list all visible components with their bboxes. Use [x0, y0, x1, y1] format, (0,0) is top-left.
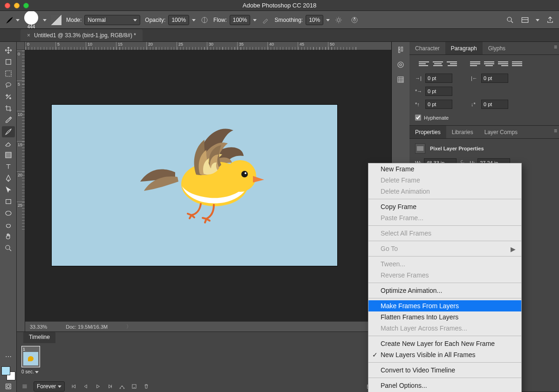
- brush-preset[interactable]: 444: [24, 11, 38, 29]
- justify-all[interactable]: [512, 60, 522, 68]
- swatches-panel-icon[interactable]: [396, 61, 405, 69]
- magic-wand-tool[interactable]: [2, 91, 15, 102]
- chevron-down-icon[interactable]: [253, 19, 257, 21]
- marquee-tool[interactable]: [2, 68, 15, 79]
- play-icon[interactable]: [95, 383, 101, 390]
- chevron-down-icon[interactable]: [192, 19, 196, 21]
- type-tool[interactable]: [2, 161, 15, 172]
- space-after[interactable]: [481, 100, 508, 109]
- trash-icon[interactable]: [143, 383, 150, 390]
- patterns-panel-icon[interactable]: [396, 75, 405, 84]
- timeline-controls: Forever: [17, 381, 391, 392]
- tab-layer-comps[interactable]: Layer Comps: [479, 126, 523, 138]
- doc-size[interactable]: Doc: 19.5M/16.3M: [66, 324, 108, 330]
- indent-first[interactable]: [425, 87, 452, 96]
- path-select-tool[interactable]: [2, 184, 15, 196]
- menu-item[interactable]: Optimize Animation...: [368, 285, 521, 296]
- panel-menu-icon[interactable]: ≡: [554, 44, 557, 50]
- menu-item[interactable]: New Layers Visible in All Frames: [368, 349, 521, 360]
- menu-item[interactable]: Copy Frame: [368, 201, 521, 212]
- menu-item[interactable]: Flatten Frames Into Layers: [368, 311, 521, 323]
- rectangle-tool[interactable]: [2, 196, 15, 207]
- justify-right[interactable]: [498, 60, 508, 68]
- canvas-area[interactable]: 05101520253035404550 0510152025: [17, 42, 391, 392]
- frame-thumb-1[interactable]: 1: [21, 346, 40, 367]
- justify-center[interactable]: [484, 60, 494, 68]
- search-icon[interactable]: [506, 16, 514, 24]
- tab-character[interactable]: Character: [409, 42, 445, 54]
- lasso-tool[interactable]: [2, 80, 15, 91]
- quickmask-tool[interactable]: [2, 381, 15, 392]
- menu-item[interactable]: New Frame: [368, 163, 521, 175]
- next-frame-icon[interactable]: [107, 383, 113, 390]
- brush-tool[interactable]: [2, 126, 15, 137]
- menu-item[interactable]: Convert to Video Timeline: [368, 365, 521, 376]
- smoothing-value[interactable]: 10%: [306, 15, 323, 25]
- panel-menu-icon[interactable]: ≡: [554, 128, 557, 134]
- eyedropper-tool[interactable]: [2, 115, 15, 126]
- new-frame-icon[interactable]: [131, 383, 137, 390]
- timeline-menu-icon[interactable]: [21, 383, 28, 390]
- indent-right[interactable]: [481, 74, 508, 83]
- foreground-color[interactable]: [1, 366, 10, 375]
- zoom-tool[interactable]: [2, 243, 15, 254]
- prev-frame-icon[interactable]: [82, 383, 89, 390]
- gradient-tool[interactable]: [2, 149, 15, 161]
- hand-tool[interactable]: [2, 231, 15, 242]
- menu-item[interactable]: Make Frames From Layers: [368, 300, 521, 311]
- color-swatches[interactable]: [1, 366, 15, 380]
- mode-dropdown[interactable]: Normal: [84, 15, 140, 25]
- tab-properties[interactable]: Properties: [409, 126, 446, 138]
- toolbox: ⋯: [0, 42, 17, 392]
- chevron-down-icon[interactable]: [326, 19, 330, 21]
- current-tool-brush[interactable]: [5, 14, 20, 26]
- pen-tool[interactable]: [2, 173, 15, 184]
- tab-paragraph[interactable]: Paragraph: [445, 42, 483, 54]
- document-tabstrip: × Untitled1 @ 33.3% (bird-1.jpg, RGB/8#)…: [0, 29, 559, 42]
- pressure-size-icon[interactable]: [350, 16, 359, 24]
- menu-item[interactable]: Panel Options...: [368, 380, 521, 391]
- crop-tool[interactable]: [2, 103, 15, 114]
- chevron-down-icon[interactable]: [43, 19, 47, 21]
- menu-item[interactable]: Create New Layer for Each New Frame: [368, 338, 521, 349]
- ellipse-tool[interactable]: [2, 208, 15, 219]
- ruler-origin[interactable]: [17, 42, 25, 50]
- zoom-level[interactable]: 33.33%: [30, 324, 47, 330]
- share-icon[interactable]: [546, 16, 554, 24]
- align-center[interactable]: [433, 60, 443, 68]
- airbrush-icon[interactable]: [261, 16, 270, 24]
- workspace-icon[interactable]: [521, 16, 529, 24]
- tween-icon[interactable]: [119, 383, 125, 390]
- edit-toolbar[interactable]: ⋯: [2, 351, 15, 362]
- ruler-horizontal[interactable]: 05101520253035404550: [25, 42, 391, 50]
- eraser-tool[interactable]: [2, 138, 15, 149]
- brushes-panel-icon[interactable]: [396, 46, 405, 54]
- artboard[interactable]: [52, 105, 337, 266]
- custom-shape-tool[interactable]: [2, 219, 15, 230]
- tab-libraries[interactable]: Libraries: [446, 126, 479, 138]
- hyphenate-checkbox[interactable]: Hyphenate: [415, 115, 553, 121]
- frame-time[interactable]: 0 sec.: [21, 369, 387, 374]
- pixel-layer-icon: [415, 143, 425, 154]
- pressure-opacity-icon[interactable]: [200, 16, 209, 24]
- justify-left[interactable]: [470, 60, 480, 68]
- close-tab-icon[interactable]: ×: [27, 32, 30, 39]
- space-before[interactable]: [425, 100, 452, 109]
- timeline-tab[interactable]: Timeline: [23, 332, 55, 343]
- smoothing-gear-icon[interactable]: [334, 16, 343, 24]
- svg-point-3: [354, 19, 356, 21]
- align-right[interactable]: [447, 60, 457, 68]
- chevron-down-icon[interactable]: [536, 19, 539, 21]
- tab-glyphs[interactable]: Glyphs: [483, 42, 511, 54]
- flow-value[interactable]: 100%: [230, 15, 251, 25]
- brush-settings-icon[interactable]: [51, 15, 61, 25]
- loop-dropdown[interactable]: Forever: [34, 381, 65, 392]
- status-chevron[interactable]: 〉: [126, 323, 131, 330]
- document-tab[interactable]: × Untitled1 @ 33.3% (bird-1.jpg, RGB/8#)…: [20, 29, 143, 41]
- artboard-tool[interactable]: [2, 56, 15, 68]
- move-tool[interactable]: [2, 45, 15, 56]
- opacity-value[interactable]: 100%: [168, 15, 189, 25]
- align-left[interactable]: [419, 60, 429, 68]
- first-frame-icon[interactable]: [70, 383, 77, 390]
- indent-left[interactable]: [425, 74, 452, 83]
